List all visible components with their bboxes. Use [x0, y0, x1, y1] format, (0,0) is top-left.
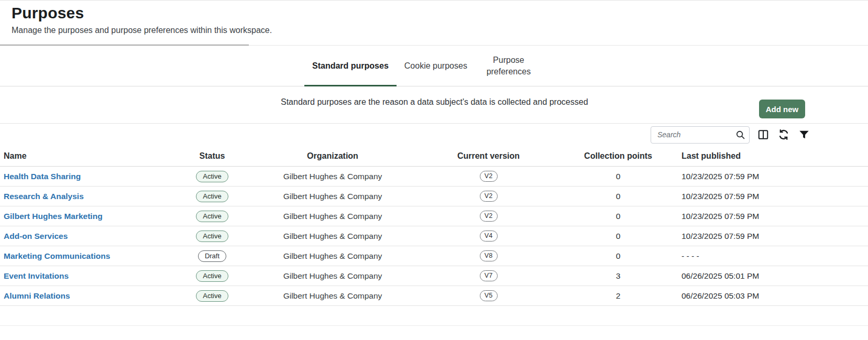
table-row: Marketing Communications Draft Gilbert H… [0, 246, 868, 266]
description-zone: Standard purposes are the reason a data … [0, 86, 868, 123]
tab-cookie-purposes[interactable]: Cookie purposes [397, 46, 475, 86]
version-pill: V8 [480, 250, 498, 262]
last-published-cell: 10/23/2025 07:59 PM [682, 212, 759, 221]
table-empty-row [0, 306, 868, 326]
column-header-last-published[interactable]: Last published [673, 151, 868, 161]
refresh-icon[interactable] [777, 128, 790, 141]
last-published-cell: 06/26/2025 05:03 PM [682, 291, 759, 300]
page-header: Purposes Manage the purposes and purpose… [0, 1, 868, 35]
purpose-name-link[interactable]: Gilbert Hughes Marketing [4, 212, 103, 221]
table-row: Health Data Sharing Active Gilbert Hughe… [0, 167, 868, 187]
organization-cell: Gilbert Hughes & Company [283, 192, 382, 201]
version-pill: V2 [480, 211, 498, 222]
search-input[interactable] [651, 126, 750, 144]
organization-cell: Gilbert Hughes & Company [283, 212, 382, 221]
purpose-name-link[interactable]: Event Invitations [4, 271, 69, 280]
last-published-cell: 06/26/2025 05:01 PM [682, 271, 759, 280]
collection-points-cell: 3 [616, 271, 621, 280]
table-row: Add-on Services Active Gilbert Hughes & … [0, 226, 868, 246]
status-badge: Active [196, 211, 228, 222]
organization-cell: Gilbert Hughes & Company [283, 172, 382, 181]
column-header-status[interactable]: Status [173, 151, 251, 161]
version-pill: V7 [480, 270, 498, 282]
column-header-collection-points[interactable]: Collection points [563, 151, 673, 161]
purpose-name-link[interactable]: Research & Analysis [4, 192, 84, 201]
version-pill: V2 [480, 171, 498, 182]
version-pill: V5 [480, 290, 498, 302]
collection-points-cell: 2 [616, 291, 621, 300]
last-published-cell: 10/23/2025 07:59 PM [682, 232, 759, 240]
table-row: Gilbert Hughes Marketing Active Gilbert … [0, 206, 868, 226]
status-badge: Draft [198, 250, 226, 262]
table-row: Alumni Relations Active Gilbert Hughes &… [0, 286, 868, 306]
organization-cell: Gilbert Hughes & Company [283, 232, 382, 240]
column-header-organization[interactable]: Organization [251, 151, 414, 161]
last-published-cell: - - - - [682, 251, 699, 260]
status-badge: Active [196, 171, 228, 182]
version-pill: V4 [480, 231, 498, 242]
page-title: Purposes [12, 4, 856, 22]
search-icon[interactable] [735, 130, 745, 142]
tab-description: Standard purposes are the reason a data … [281, 97, 588, 107]
table-row: Event Invitations Active Gilbert Hughes … [0, 266, 868, 286]
status-badge: Active [196, 191, 228, 202]
purpose-name-link[interactable]: Health Data Sharing [4, 172, 81, 181]
table-header-row: Name Status Organization Current version… [0, 146, 868, 167]
version-pill: V2 [480, 191, 498, 202]
tab-bar: Standard purposes Cookie purposes Purpos… [0, 46, 868, 86]
purpose-name-link[interactable]: Marketing Communications [4, 251, 110, 260]
column-header-current-version[interactable]: Current version [414, 151, 563, 161]
collection-points-cell: 0 [616, 212, 621, 221]
table-row: Research & Analysis Active Gilbert Hughe… [0, 187, 868, 206]
filter-icon[interactable] [797, 128, 811, 141]
page-subtitle: Manage the purposes and purpose preferen… [12, 26, 856, 35]
column-header-name[interactable]: Name [0, 151, 173, 161]
status-badge: Active [196, 290, 228, 302]
search-field-wrap [651, 126, 750, 144]
organization-cell: Gilbert Hughes & Company [283, 291, 382, 300]
table-body: Health Data Sharing Active Gilbert Hughe… [0, 167, 868, 306]
tab-purpose-preferences[interactable]: Purpose preferences [475, 46, 542, 86]
organization-cell: Gilbert Hughes & Company [283, 271, 382, 280]
collection-points-cell: 0 [616, 172, 621, 181]
purpose-name-link[interactable]: Add-on Services [4, 232, 68, 240]
status-badge: Active [196, 231, 228, 242]
purpose-name-link[interactable]: Alumni Relations [4, 291, 70, 300]
last-published-cell: 10/23/2025 07:59 PM [682, 172, 759, 181]
collection-points-cell: 0 [616, 251, 621, 260]
add-new-button[interactable]: Add new [759, 100, 805, 118]
organization-cell: Gilbert Hughes & Company [283, 251, 382, 260]
last-published-cell: 10/23/2025 07:59 PM [682, 192, 759, 201]
tab-standard-purposes[interactable]: Standard purposes [304, 46, 397, 86]
collection-points-cell: 0 [616, 232, 621, 240]
status-badge: Active [196, 270, 228, 282]
collection-points-cell: 0 [616, 192, 621, 201]
table-toolbar [0, 123, 868, 146]
columns-icon[interactable] [756, 128, 770, 141]
